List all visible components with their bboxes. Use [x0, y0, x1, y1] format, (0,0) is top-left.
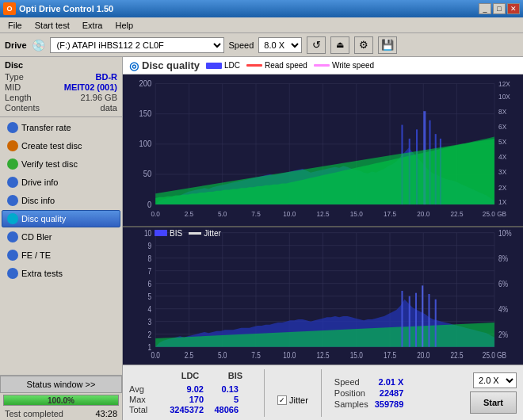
- svg-text:4: 4: [147, 304, 151, 313]
- start-button[interactable]: Start: [470, 391, 517, 414]
- disc-section-title: Disc: [5, 60, 117, 70]
- sidebar-item-drive-info[interactable]: Drive info: [2, 174, 120, 191]
- max-label: Max: [129, 395, 161, 404]
- svg-text:0.0: 0.0: [151, 210, 160, 219]
- svg-rect-107: [435, 299, 437, 346]
- disc-type-key: Type: [5, 72, 24, 82]
- svg-text:17.5: 17.5: [384, 210, 396, 219]
- cd-bler-icon: [7, 231, 18, 242]
- svg-text:5.0: 5.0: [218, 210, 227, 219]
- verify-test-disc-label: Verify test disc: [21, 159, 78, 169]
- speed-label: Speed: [229, 40, 254, 50]
- drive-bar: Drive 💿 (F:) ATAPI iHBS112 2 CL0F Speed …: [0, 33, 523, 57]
- svg-text:7.5: 7.5: [251, 350, 260, 360]
- disc-info-label: Disc info: [21, 196, 55, 205]
- svg-text:6X: 6X: [498, 123, 506, 132]
- speed-info: Speed 2.01 X Position 22487 Samples 3597…: [334, 377, 404, 409]
- svg-text:10: 10: [144, 227, 151, 237]
- eject-button[interactable]: ⏏: [330, 36, 349, 54]
- legend-read-speed-label: Read speed: [265, 61, 307, 70]
- status-text: Test completed: [3, 408, 65, 419]
- legend-write-speed-dot: [314, 64, 330, 67]
- close-button[interactable]: ✕: [507, 3, 520, 14]
- action-section: 2.0 X Start: [470, 372, 517, 414]
- jitter-checkbox[interactable]: ✓: [277, 395, 287, 405]
- refresh-button[interactable]: ↺: [307, 36, 326, 54]
- svg-text:25.0 GB: 25.0 GB: [483, 210, 506, 219]
- svg-text:22.5: 22.5: [451, 350, 464, 360]
- disc-contents-val: data: [101, 103, 117, 113]
- ldc-avg: 9.02: [164, 384, 204, 394]
- sidebar-item-disc-quality[interactable]: Disc quality: [2, 210, 120, 227]
- svg-text:10%: 10%: [498, 227, 512, 237]
- sidebar-item-fe-te[interactable]: FE / TE: [2, 246, 120, 264]
- position-val: 22487: [380, 388, 404, 398]
- sidebar-item-disc-info[interactable]: Disc info: [2, 192, 120, 209]
- total-label: Total: [129, 405, 161, 414]
- create-test-disc-label: Create test disc: [21, 141, 82, 151]
- svg-text:8X: 8X: [498, 107, 506, 116]
- test-speed-select[interactable]: 2.0 X: [473, 372, 517, 388]
- sidebar-item-extra-tests[interactable]: Extra tests: [2, 265, 120, 282]
- svg-text:150: 150: [139, 109, 152, 119]
- verify-test-disc-icon: [7, 158, 18, 170]
- svg-text:1X: 1X: [498, 198, 506, 207]
- jitter-label: Jitter: [289, 395, 308, 405]
- maximize-button[interactable]: □: [493, 3, 506, 14]
- svg-text:17.5: 17.5: [384, 350, 396, 360]
- svg-rect-105: [422, 285, 423, 346]
- legend-ldc: LDC: [206, 61, 240, 70]
- svg-text:5: 5: [147, 291, 151, 300]
- svg-text:15.0: 15.0: [350, 350, 363, 360]
- disc-mid-val: MEIT02 (001): [64, 82, 117, 92]
- menu-help[interactable]: Help: [110, 20, 138, 31]
- fe-te-icon: [7, 250, 18, 261]
- svg-text:12X: 12X: [498, 80, 510, 89]
- ldc-max: 170: [164, 395, 204, 404]
- sidebar-item-verify-test-disc[interactable]: Verify test disc: [2, 155, 120, 173]
- speed-select[interactable]: 8.0 X: [258, 37, 302, 53]
- minimize-button[interactable]: _: [479, 3, 491, 14]
- cd-bler-label: CD Bler: [21, 232, 52, 242]
- disc-quality-icon: [7, 213, 18, 224]
- menu-file[interactable]: File: [3, 20, 27, 31]
- charts-container: 200 150 100 50 0 12X 10X 8X 6X 5X 4X 3X …: [123, 74, 523, 365]
- svg-text:7: 7: [147, 265, 151, 275]
- ldc-total: 3245372: [164, 405, 204, 414]
- fe-te-label: FE / TE: [21, 250, 51, 260]
- jitter-checkbox-row: ✓ Jitter: [277, 395, 308, 405]
- drive-select[interactable]: (F:) ATAPI iHBS112 2 CL0F: [50, 37, 224, 53]
- transfer-rate-icon: [7, 122, 18, 133]
- sidebar-item-transfer-rate[interactable]: Transfer rate: [2, 119, 120, 136]
- bis-header: BIS: [220, 371, 251, 380]
- bis-total: 48066: [207, 405, 239, 414]
- svg-text:2%: 2%: [498, 329, 508, 338]
- progress-section: 100.0%: [0, 393, 122, 407]
- menu-start-test[interactable]: Start test: [30, 20, 74, 31]
- app-title: Opti Drive Control 1.50: [19, 4, 113, 13]
- save-button[interactable]: 💾: [378, 36, 397, 54]
- legend-write-speed: Write speed: [314, 61, 374, 70]
- create-test-disc-icon: [7, 140, 18, 151]
- sidebar-item-create-test-disc[interactable]: Create test disc: [2, 137, 120, 155]
- svg-text:6: 6: [147, 278, 151, 288]
- svg-text:100: 100: [139, 139, 152, 149]
- svg-text:7.5: 7.5: [251, 210, 261, 219]
- speed-row: Speed 2.01 X: [334, 377, 404, 387]
- svg-text:0.0: 0.0: [151, 350, 160, 360]
- transfer-rate-label: Transfer rate: [21, 123, 71, 132]
- sidebar-item-cd-bler[interactable]: CD Bler: [2, 228, 120, 246]
- upper-chart-svg: 200 150 100 50 0 12X 10X 8X 6X 5X 4X 3X …: [123, 74, 523, 226]
- bis-legend-label: BIS: [170, 229, 182, 238]
- svg-text:22.5: 22.5: [451, 210, 464, 219]
- legend-read-speed-dot: [246, 64, 262, 67]
- svg-text:9: 9: [147, 240, 151, 250]
- bis-avg: 0.13: [207, 384, 239, 394]
- settings-button[interactable]: ⚙: [354, 36, 373, 54]
- disc-info-icon: [7, 195, 18, 206]
- chart-title: ◎ Disc quality: [129, 59, 200, 72]
- status-window-label: Status window >>: [27, 380, 96, 389]
- status-window-button[interactable]: Status window >>: [0, 376, 122, 393]
- disc-type-val: BD-R: [96, 72, 118, 82]
- menu-extra[interactable]: Extra: [78, 20, 108, 31]
